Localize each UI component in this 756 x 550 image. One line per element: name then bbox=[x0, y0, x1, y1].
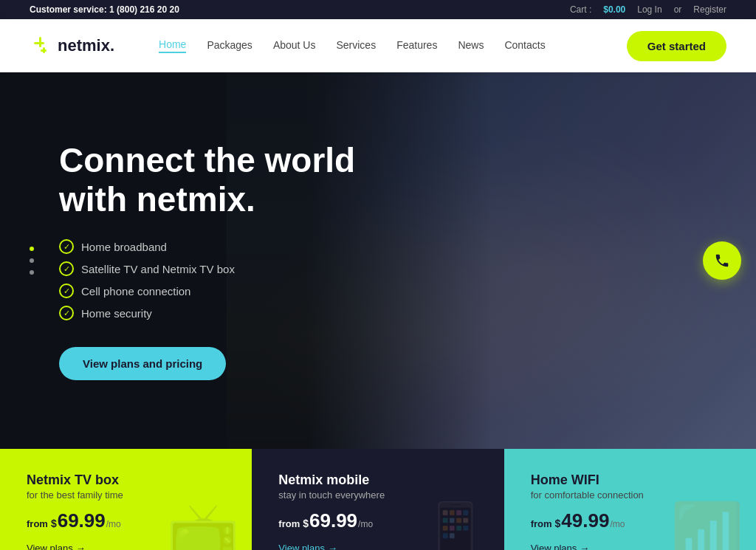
card-tv-title: Netmix TV box bbox=[27, 472, 225, 488]
tv-link-text: View plans bbox=[27, 543, 73, 550]
mobile-link-text: View plans bbox=[278, 543, 325, 550]
check-icon-4: ✓ bbox=[59, 306, 74, 320]
tv-arrow-icon: → bbox=[76, 543, 86, 550]
hero-dot-2[interactable] bbox=[30, 258, 34, 263]
customer-service: Customer service: 1 (800) 216 20 20 bbox=[30, 4, 179, 15]
nav-home[interactable]: Home bbox=[159, 38, 186, 53]
tv-from: from bbox=[27, 518, 48, 529]
wifi-from: from bbox=[531, 518, 552, 529]
tv-period: /mo bbox=[106, 519, 121, 529]
hero-dot-1[interactable] bbox=[30, 247, 34, 251]
mobile-price-value: 69.99 bbox=[309, 509, 357, 532]
mobile-arrow-icon: → bbox=[328, 543, 337, 550]
feature-3-text: Cell phone connection bbox=[81, 285, 190, 298]
main-nav: Home Packages About Us Services Features… bbox=[159, 38, 627, 53]
check-icon-1: ✓ bbox=[59, 239, 74, 254]
mobile-period: /mo bbox=[358, 519, 373, 529]
pricing-card-mobile: 📱 Netmix mobile stay in touch everywhere… bbox=[252, 449, 504, 550]
check-icon-2: ✓ bbox=[59, 261, 74, 276]
logo[interactable]: netmix. bbox=[30, 34, 114, 58]
nav-contacts[interactable]: Contacts bbox=[504, 39, 545, 52]
pricing-card-wifi: 📶 Home WIFI for comfortable connection f… bbox=[504, 449, 756, 550]
hero-features-list: ✓ Home broadband ✓ Satellite TV and Netm… bbox=[59, 239, 384, 320]
nav-features[interactable]: Features bbox=[396, 39, 437, 52]
hero-dot-3[interactable] bbox=[30, 270, 34, 275]
cs-label: Customer service: bbox=[30, 4, 107, 15]
wifi-price-value: 49.99 bbox=[561, 509, 609, 532]
tv-price-value: 69.99 bbox=[58, 509, 106, 532]
phone-icon bbox=[714, 252, 730, 269]
wifi-arrow-icon: → bbox=[580, 543, 589, 550]
svg-rect-3 bbox=[41, 49, 47, 52]
card-mobile-title: Netmix mobile bbox=[278, 472, 477, 488]
feature-1-text: Home broadband bbox=[81, 241, 167, 253]
nav-packages[interactable]: Packages bbox=[207, 39, 252, 52]
login-link[interactable]: Log In bbox=[637, 4, 662, 15]
nav-about[interactable]: About Us bbox=[273, 39, 316, 52]
feature-2: ✓ Satellite TV and Netmix TV box bbox=[59, 261, 384, 276]
phone-button[interactable] bbox=[703, 241, 741, 280]
mobile-bg-icon: 📱 bbox=[419, 499, 492, 550]
cart-amount: $0.00 bbox=[603, 4, 625, 15]
hero-section: Connect the world with netmix. ✓ Home br… bbox=[0, 72, 756, 449]
cart-amount-link[interactable]: $0.00 bbox=[603, 4, 625, 15]
topbar-or: or bbox=[674, 4, 682, 15]
feature-3: ✓ Cell phone connection bbox=[59, 283, 384, 298]
wifi-dollar: $ bbox=[555, 518, 561, 529]
topbar-right: Cart : $0.00 Log In or Register bbox=[570, 4, 726, 15]
register-link[interactable]: Register bbox=[693, 4, 726, 15]
hero-title: Connect the world with netmix. bbox=[59, 141, 384, 219]
wifi-link-text: View plans bbox=[531, 543, 577, 550]
hero-content: Connect the world with netmix. ✓ Home br… bbox=[0, 141, 384, 381]
hero-dots bbox=[30, 247, 34, 275]
feature-1: ✓ Home broadband bbox=[59, 239, 384, 254]
cart-label: Cart : bbox=[570, 4, 591, 15]
logo-icon bbox=[30, 34, 53, 58]
mobile-dollar: $ bbox=[303, 518, 309, 529]
pricing-card-tv: 📺 Netmix TV box for the best family time… bbox=[0, 449, 252, 550]
feature-4-text: Home security bbox=[81, 307, 152, 320]
pricing-section: 📺 Netmix TV box for the best family time… bbox=[0, 449, 756, 550]
cs-phone: 1 (800) 216 20 20 bbox=[109, 4, 179, 15]
svg-rect-1 bbox=[34, 42, 44, 44]
nav-news[interactable]: News bbox=[458, 39, 484, 52]
get-started-button[interactable]: Get started bbox=[627, 31, 726, 61]
logo-text: netmix. bbox=[58, 36, 114, 55]
feature-2-text: Satellite TV and Netmix TV box bbox=[81, 263, 235, 275]
card-wifi-title: Home WIFI bbox=[531, 472, 729, 488]
view-plans-button[interactable]: View plans and pricing bbox=[59, 347, 226, 380]
check-icon-3: ✓ bbox=[59, 283, 74, 298]
feature-4: ✓ Home security bbox=[59, 306, 384, 320]
wifi-period: /mo bbox=[610, 519, 625, 529]
nav-services[interactable]: Services bbox=[336, 39, 376, 52]
wifi-bg-icon: 📶 bbox=[670, 499, 744, 550]
tv-bg-icon: 📺 bbox=[166, 499, 240, 550]
header: netmix. Home Packages About Us Services … bbox=[0, 19, 756, 72]
topbar: Customer service: 1 (800) 216 20 20 Cart… bbox=[0, 0, 756, 19]
mobile-from: from bbox=[278, 518, 300, 529]
tv-dollar: $ bbox=[51, 518, 57, 529]
